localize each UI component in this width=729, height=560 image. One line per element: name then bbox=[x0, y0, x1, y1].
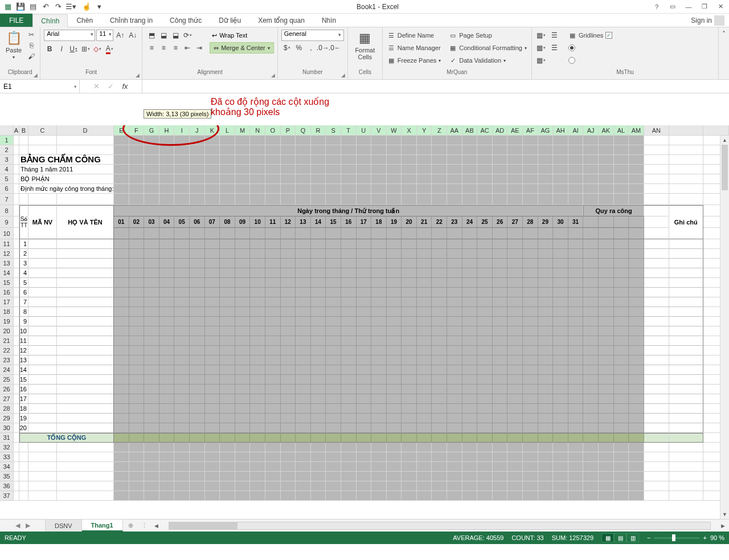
msthu-btn-3[interactable]: ▦ bbox=[535, 55, 547, 66]
tab-dulieu[interactable]: Dữ liệu bbox=[210, 14, 249, 27]
excel-icon[interactable]: ▦ bbox=[2, 1, 14, 13]
restore-button[interactable]: ❐ bbox=[698, 1, 711, 13]
close-button[interactable]: ✕ bbox=[714, 1, 727, 13]
increase-decimal-button[interactable]: .0→ bbox=[317, 42, 329, 54]
cut-button[interactable]: ✂ bbox=[26, 30, 36, 40]
underline-button[interactable]: U bbox=[68, 43, 79, 55]
scroll-thumb[interactable] bbox=[722, 145, 728, 190]
hscroll-right[interactable]: ▶ bbox=[719, 522, 727, 530]
msthu-btn-1[interactable]: ▦ bbox=[535, 30, 547, 41]
ribbon-display-button[interactable]: ▭ bbox=[666, 1, 679, 13]
freeze-panes-button[interactable]: ▦Freeze Panes▾ bbox=[386, 55, 442, 66]
scroll-up-button[interactable]: ▲ bbox=[720, 136, 729, 145]
hscroll-left[interactable]: ◀ bbox=[153, 522, 161, 530]
border-button[interactable]: ⊞ bbox=[80, 43, 91, 55]
hscroll-thumb[interactable] bbox=[169, 522, 237, 529]
percent-button[interactable]: % bbox=[293, 42, 305, 54]
align-top-button[interactable]: ⬒ bbox=[146, 30, 157, 41]
format-painter-button[interactable]: 🖌 bbox=[26, 51, 36, 62]
tab-chinhtrangin[interactable]: Chỉnh trang in bbox=[101, 14, 161, 27]
cancel-formula-button[interactable]: ✕ bbox=[93, 82, 100, 91]
tab-file[interactable]: FILE bbox=[0, 14, 32, 27]
number-launcher[interactable]: ◢ bbox=[341, 72, 345, 78]
align-left-button[interactable]: ≡ bbox=[146, 42, 157, 54]
insert-function-button[interactable]: fx bbox=[122, 82, 128, 91]
align-right-button[interactable]: ≡ bbox=[170, 42, 181, 54]
help-button[interactable]: ? bbox=[650, 1, 663, 13]
msthu-btn-5[interactable]: ☰ bbox=[549, 42, 560, 54]
col-head-F[interactable]: F bbox=[129, 125, 145, 136]
msthu-radio-2[interactable] bbox=[567, 55, 613, 66]
redo-button[interactable]: ↷ bbox=[52, 1, 64, 13]
normal-view-button[interactable]: ▦ bbox=[601, 533, 614, 542]
increase-font-button[interactable]: A↑ bbox=[114, 30, 126, 41]
msthu-btn-4[interactable]: ☰ bbox=[549, 30, 560, 41]
accounting-format-button[interactable]: $ bbox=[281, 42, 293, 54]
align-bottom-button[interactable]: ⬓ bbox=[170, 30, 181, 41]
scroll-down-button[interactable]: ▼ bbox=[720, 510, 729, 519]
vertical-scrollbar[interactable]: ▲ ▼ bbox=[720, 136, 729, 519]
data-validation-button[interactable]: ✓Data Validation▾ bbox=[448, 55, 528, 66]
collapse-ribbon-button[interactable]: ˄ bbox=[719, 28, 729, 40]
font-size-select[interactable]: 11 bbox=[96, 30, 113, 41]
tab-xemtongquan[interactable]: Xem tổng quan bbox=[249, 14, 313, 27]
comma-button[interactable]: , bbox=[305, 42, 317, 54]
format-cells-button[interactable]: ▦Format Cells bbox=[351, 30, 379, 62]
formula-input[interactable] bbox=[142, 80, 729, 93]
alignment-launcher[interactable]: ◢ bbox=[271, 72, 275, 78]
page-setup-button[interactable]: ▭Page Setup bbox=[448, 30, 528, 41]
page-break-view-button[interactable]: ▥ bbox=[626, 533, 639, 542]
enter-formula-button[interactable]: ✓ bbox=[108, 82, 114, 91]
merge-center-button[interactable]: ⇔Merge & Center▾ bbox=[210, 42, 274, 54]
col-head-I[interactable]: I bbox=[174, 125, 190, 136]
sheet-tab-thang1[interactable]: Thang1 bbox=[82, 520, 123, 532]
bold-button[interactable]: B bbox=[44, 43, 55, 55]
font-color-button[interactable]: A bbox=[104, 43, 115, 55]
qat-customize-button[interactable]: ▾ bbox=[93, 1, 105, 13]
align-center-button[interactable]: ≡ bbox=[158, 42, 169, 54]
fill-color-button[interactable]: ◇ bbox=[92, 43, 103, 55]
msthu-btn-2[interactable]: ▦ bbox=[535, 42, 547, 54]
clipboard-launcher[interactable]: ◢ bbox=[34, 72, 38, 78]
conditional-formatting-button[interactable]: ▦Conditional Formatting▾ bbox=[448, 42, 528, 54]
qat-unknown-icon[interactable]: ▤ bbox=[27, 1, 39, 13]
col-head-G[interactable]: G bbox=[144, 125, 159, 136]
tab-chen[interactable]: Chèn bbox=[68, 14, 101, 27]
italic-button[interactable]: I bbox=[56, 43, 67, 55]
page-layout-view-button[interactable]: ▤ bbox=[614, 533, 626, 542]
zoom-level[interactable]: 90 % bbox=[710, 534, 724, 541]
qat-more-button[interactable]: ☰▾ bbox=[65, 1, 76, 13]
increase-indent-button[interactable]: ⇥ bbox=[194, 42, 205, 54]
tab-nhin[interactable]: Nhìn bbox=[313, 14, 345, 27]
orientation-button[interactable]: ⟳ bbox=[182, 30, 193, 41]
decrease-decimal-button[interactable]: .0← bbox=[329, 42, 341, 54]
msthu-radio-1[interactable] bbox=[567, 42, 613, 54]
undo-button[interactable]: ↶ bbox=[40, 1, 51, 13]
horizontal-scrollbar[interactable]: ◀ ▶ bbox=[150, 520, 729, 532]
align-middle-button[interactable]: ⬓ bbox=[158, 30, 169, 41]
gridlines-toggle[interactable]: ▦Gridlines✓ bbox=[567, 30, 613, 41]
decrease-indent-button[interactable]: ⇤ bbox=[182, 42, 193, 54]
number-format-select[interactable]: General bbox=[281, 30, 344, 41]
add-sheet-button[interactable]: ⊕ bbox=[123, 520, 139, 532]
touch-mode-button[interactable]: ☝ bbox=[81, 1, 92, 13]
zoom-in-button[interactable]: + bbox=[703, 534, 706, 541]
col-head-H[interactable]: H bbox=[159, 125, 175, 136]
wrap-text-button[interactable]: ↩Wrap Text bbox=[210, 30, 274, 41]
minimize-button[interactable]: — bbox=[682, 1, 695, 13]
name-manager-button[interactable]: ☰Name Manager bbox=[386, 42, 442, 54]
sheet-nav[interactable]: ◀▶ bbox=[0, 520, 46, 532]
tab-chinh[interactable]: Chính bbox=[32, 14, 68, 27]
font-launcher[interactable]: ◢ bbox=[136, 72, 140, 78]
save-button[interactable]: 💾 bbox=[15, 1, 26, 13]
col-head-J[interactable]: J bbox=[190, 125, 205, 136]
decrease-font-button[interactable]: A↓ bbox=[127, 30, 138, 41]
col-head-E[interactable]: E bbox=[114, 125, 129, 136]
zoom-out-button[interactable]: − bbox=[647, 534, 650, 541]
copy-button[interactable]: ⎘ bbox=[26, 40, 36, 51]
tab-congthuc[interactable]: Công thức bbox=[161, 14, 210, 27]
name-box[interactable]: E1 bbox=[0, 80, 80, 93]
gridlines-checkbox[interactable]: ✓ bbox=[605, 32, 612, 39]
sheet-tab-dsnv[interactable]: DSNV bbox=[46, 520, 82, 532]
font-name-select[interactable]: Arial bbox=[44, 30, 95, 41]
